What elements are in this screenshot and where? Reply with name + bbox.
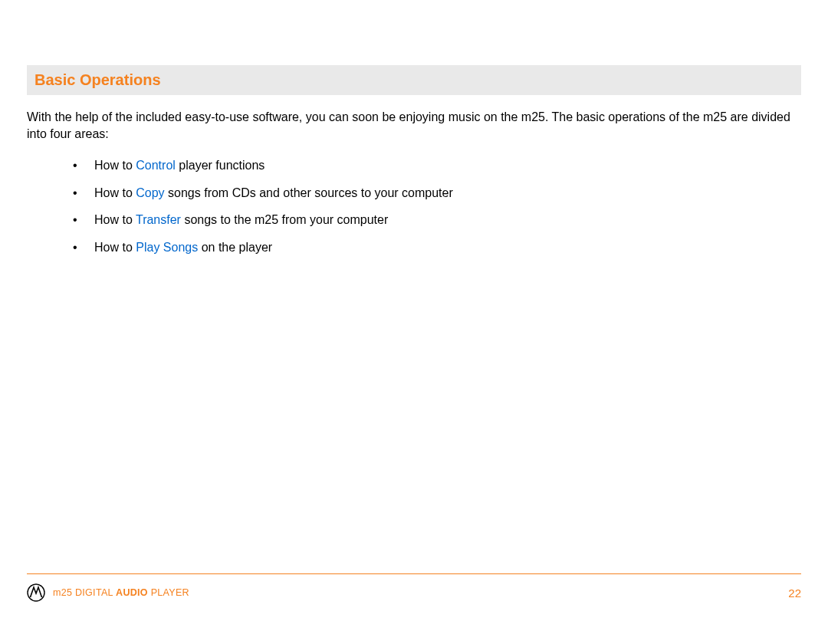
intro-paragraph: With the help of the included easy-to-us… <box>27 109 801 142</box>
footer-text-post: PLAYER <box>148 587 189 598</box>
list-item: How to Control player functions <box>73 157 801 174</box>
list-item: How to Copy songs from CDs and other sou… <box>73 185 801 202</box>
page-number: 22 <box>788 586 801 600</box>
list-item-pre: How to <box>94 241 136 254</box>
page-footer: m25 DIGITAL AUDIO PLAYER 22 <box>27 573 801 602</box>
list-item: How to Play Songs on the player <box>73 239 801 256</box>
operations-list: How to Control player functions How to C… <box>27 157 801 255</box>
footer-text-bold: AUDIO <box>116 587 148 598</box>
footer-left: m25 DIGITAL AUDIO PLAYER <box>27 583 189 602</box>
link-copy[interactable]: Copy <box>136 186 164 199</box>
list-item-post: songs to the m25 from your computer <box>181 213 388 226</box>
list-item-pre: How to <box>94 186 136 199</box>
link-transfer[interactable]: Transfer <box>136 213 181 226</box>
list-item-pre: How to <box>94 213 136 226</box>
list-item-post: songs from CDs and other sources to your… <box>165 186 453 199</box>
footer-product-name: m25 DIGITAL AUDIO PLAYER <box>53 587 189 598</box>
list-item-post: on the player <box>198 241 272 254</box>
list-item-post: player functions <box>176 159 265 172</box>
section-title: Basic Operations <box>27 65 801 95</box>
link-control[interactable]: Control <box>136 159 176 172</box>
list-item: How to Transfer songs to the m25 from yo… <box>73 212 801 228</box>
motorola-logo-icon <box>27 583 45 602</box>
footer-text-pre: m25 DIGITAL <box>53 587 116 598</box>
list-item-pre: How to <box>94 159 136 172</box>
link-play-songs[interactable]: Play Songs <box>136 241 198 254</box>
